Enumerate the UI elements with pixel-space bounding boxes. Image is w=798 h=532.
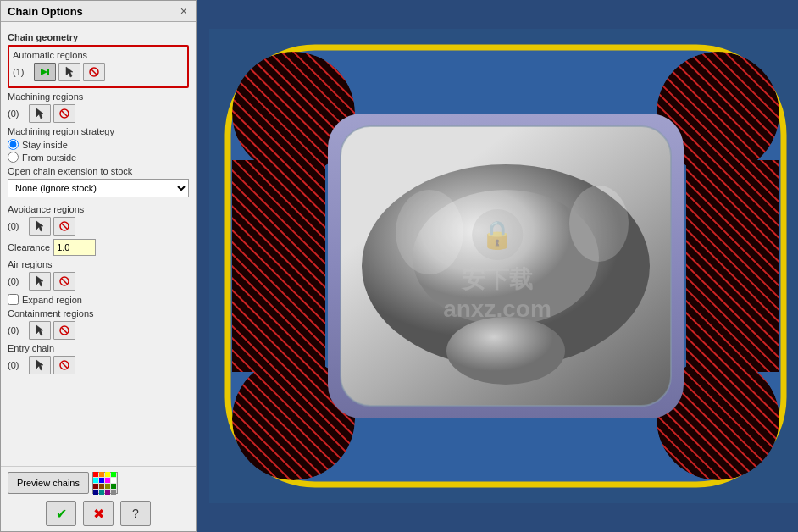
avoidance-regions-count: (0)	[8, 221, 26, 231]
air-regions-buttons: (0)	[8, 272, 189, 291]
avoidance-regions-select-btn[interactable]	[29, 217, 51, 236]
containment-regions-count: (0)	[8, 325, 26, 335]
expand-region-checkbox[interactable]	[8, 294, 19, 305]
preview-row: Preview chains	[8, 472, 189, 494]
chain-geometry-header: Chain geometry	[8, 32, 189, 42]
cancel-button[interactable]: ✖	[83, 501, 114, 526]
expand-region-label: Expand region	[22, 295, 82, 305]
svg-marker-2	[66, 67, 73, 77]
auto-regions-select-btn[interactable]	[58, 63, 80, 81]
machining-regions-count: (0)	[8, 108, 26, 119]
entry-chain-buttons: (0)	[8, 356, 189, 374]
svg-marker-14	[36, 325, 43, 335]
clearance-input[interactable]: 1.0	[53, 239, 96, 256]
air-regions-count: (0)	[8, 276, 26, 286]
containment-regions-section: Containment regions (0)	[8, 308, 189, 340]
entry-chain-clear-btn[interactable]	[53, 356, 75, 374]
svg-rect-1	[47, 69, 49, 75]
svg-marker-0	[41, 69, 47, 75]
svg-line-4	[91, 69, 97, 75]
automatic-regions-section: Automatic regions (1)	[8, 45, 189, 88]
help-button[interactable]: ?	[120, 501, 151, 526]
titlebar: Chain Options ×	[1, 1, 196, 22]
radio-from-outside-label: From outside	[22, 152, 76, 163]
auto-regions-clear-btn[interactable]	[83, 63, 105, 81]
svg-line-7	[62, 111, 67, 116]
avoidance-regions-clear-btn[interactable]	[53, 217, 75, 236]
machining-strategy-radios: Stay inside From outside	[8, 139, 189, 163]
svg-point-41	[569, 186, 629, 262]
open-chain-dropdown[interactable]: None (ignore stock) Extend to stock Trim…	[8, 179, 189, 197]
left-panel: Chain Options × Chain geometry Automatic…	[0, 0, 197, 532]
machining-regions-buttons: (0)	[8, 104, 189, 123]
containment-regions-clear-btn[interactable]	[53, 321, 75, 340]
automatic-regions-label: Automatic regions	[13, 50, 184, 60]
air-regions-clear-btn[interactable]	[53, 272, 75, 291]
clearance-row: Clearance 1.0	[8, 239, 189, 256]
panel-bottom: Preview chains	[1, 466, 196, 531]
svg-marker-17	[36, 360, 43, 370]
expand-region-row[interactable]: Expand region	[8, 294, 189, 305]
cad-viewport[interactable]: 🔒 安下载anxz.com	[197, 0, 798, 532]
svg-line-19	[62, 363, 67, 368]
avoidance-regions-label: Avoidance regions	[8, 204, 189, 214]
close-button[interactable]: ×	[179, 4, 189, 18]
svg-marker-8	[36, 221, 43, 231]
svg-point-40	[396, 190, 463, 274]
svg-rect-31	[232, 160, 325, 372]
air-regions-select-btn[interactable]	[29, 272, 51, 291]
panel-content: Chain geometry Automatic regions (1)	[1, 22, 196, 466]
containment-regions-select-btn[interactable]	[29, 321, 51, 340]
air-regions-section: Air regions (0)	[8, 259, 189, 291]
automatic-regions-buttons: (1)	[13, 63, 184, 81]
svg-marker-5	[36, 108, 43, 119]
automatic-regions-count: (1)	[13, 67, 31, 77]
radio-stay-inside[interactable]: Stay inside	[8, 139, 189, 150]
machining-regions-clear-btn[interactable]	[53, 104, 75, 123]
entry-chain-select-btn[interactable]	[29, 356, 51, 374]
open-chain-section: Open chain extension to stock None (igno…	[8, 166, 189, 201]
svg-line-13	[62, 279, 67, 284]
containment-regions-buttons: (0)	[8, 321, 189, 340]
air-regions-label: Air regions	[8, 259, 189, 269]
machining-regions-label: Machining regions	[8, 91, 189, 102]
radio-stay-inside-label: Stay inside	[22, 140, 68, 150]
entry-chain-section: Entry chain (0)	[8, 343, 189, 374]
machining-strategy-label: Machining region strategy	[8, 126, 189, 136]
machining-strategy-section: Machining region strategy Stay inside Fr…	[8, 126, 189, 163]
svg-marker-11	[36, 276, 43, 286]
machining-regions-section: Machining regions (0)	[8, 91, 189, 123]
machining-regions-select-btn[interactable]	[29, 104, 51, 123]
auto-regions-forward-btn[interactable]	[34, 63, 56, 81]
containment-regions-label: Containment regions	[8, 308, 189, 319]
open-chain-label: Open chain extension to stock	[8, 166, 189, 176]
cad-svg	[209, 29, 798, 503]
ok-button[interactable]: ✔	[46, 501, 76, 526]
svg-rect-32	[686, 160, 779, 372]
entry-chain-label: Entry chain	[8, 343, 189, 353]
color-grid-button[interactable]	[92, 472, 118, 494]
action-row: ✔ ✖ ?	[8, 501, 189, 526]
clearance-label: Clearance	[8, 242, 50, 252]
svg-point-39	[446, 317, 565, 385]
avoidance-regions-buttons: (0)	[8, 217, 189, 236]
avoidance-regions-section: Avoidance regions (0)	[8, 204, 189, 236]
cad-view-container: 🔒 安下载anxz.com	[209, 29, 785, 503]
svg-line-16	[62, 328, 67, 333]
radio-from-outside[interactable]: From outside	[8, 152, 189, 163]
color-grid	[93, 472, 116, 495]
svg-line-10	[62, 224, 67, 229]
preview-chains-button[interactable]: Preview chains	[8, 472, 89, 494]
panel-title: Chain Options	[8, 5, 83, 18]
entry-chain-count: (0)	[8, 360, 26, 370]
